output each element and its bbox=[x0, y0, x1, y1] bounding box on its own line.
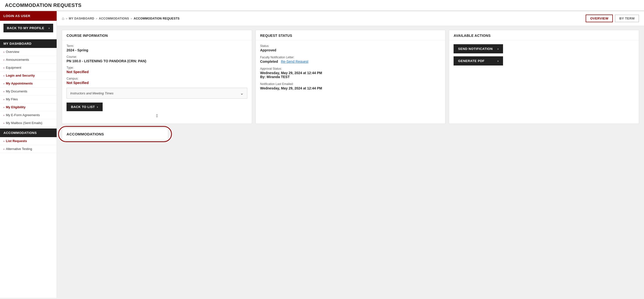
generate-pdf-chevron-icon: › bbox=[498, 59, 499, 63]
breadcrumb-sep: » bbox=[96, 17, 98, 20]
sidebar-item-login-security[interactable]: › Login and Security bbox=[0, 72, 57, 80]
page-header: ACCOMMODATION REQUESTS bbox=[0, 0, 644, 11]
by-term-button[interactable]: BY TERM bbox=[615, 14, 639, 22]
course-information-card: COURSE INFORMATION Term: 2024 - Spring C… bbox=[62, 30, 252, 124]
chevron-icon: › bbox=[4, 66, 4, 69]
chevron-icon: › bbox=[4, 74, 4, 77]
accommodations-section: ACCOMMODATIONS bbox=[57, 128, 644, 145]
status-label: Status: bbox=[260, 44, 441, 48]
nav-label: My Mailbox (Sent Emails) bbox=[6, 121, 42, 125]
login-as-user-label: LOGIN AS USER bbox=[0, 11, 57, 21]
fnl-value: Completed Re-Send Request bbox=[260, 59, 441, 63]
breadcrumb-mydashboard[interactable]: MY DASHBOARD bbox=[69, 17, 94, 20]
chevron-icon: › bbox=[4, 82, 4, 85]
resend-request-link[interactable]: Re-Send Request bbox=[281, 59, 308, 63]
status-value: Approved bbox=[260, 48, 441, 52]
type-label: Type: bbox=[66, 66, 247, 69]
breadcrumb-bar: ⌂ » MY DASHBOARD » ACCOMMODATIONS » ACCO… bbox=[57, 11, 644, 26]
nav-label: Overview bbox=[6, 50, 19, 54]
request-status-header: REQUEST STATUS bbox=[256, 30, 446, 40]
breadcrumb-sep: » bbox=[66, 17, 68, 20]
approval-date-text: Wednesday, May 29, 2024 at 12:44 PM bbox=[260, 71, 322, 75]
back-to-list-label: BACK TO LIST bbox=[71, 105, 95, 109]
back-to-profile-button[interactable]: BACK TO MY PROFILE › bbox=[4, 24, 53, 32]
generate-pdf-button[interactable]: GENERATE PDF › bbox=[454, 56, 503, 65]
chevron-icon: › bbox=[4, 140, 4, 143]
request-status-body: Status: Approved Faculty Notification Le… bbox=[256, 40, 446, 98]
nav-label: List Requests bbox=[6, 139, 27, 143]
instructors-dropdown-label: Instructors and Meeting Times bbox=[70, 91, 114, 95]
nav-label: Alternative Testing bbox=[6, 147, 32, 151]
back-to-profile-label: BACK TO MY PROFILE bbox=[7, 26, 44, 30]
sidebar-item-my-mailbox[interactable]: › My Mailbox (Sent Emails) bbox=[0, 119, 57, 127]
chevron-icon: › bbox=[4, 114, 4, 117]
sidebar-item-my-documents[interactable]: › My Documents bbox=[0, 87, 57, 95]
sidebar-item-my-files[interactable]: › My Files bbox=[0, 95, 57, 103]
nav-label: Equipment bbox=[6, 66, 21, 69]
term-value: 2024 - Spring bbox=[66, 48, 247, 52]
chevron-icon: › bbox=[4, 122, 4, 125]
fnl-label: Faculty Notification Letter: bbox=[260, 56, 441, 59]
sidebar-item-list-requests[interactable]: › List Requests bbox=[0, 137, 57, 145]
nav-label: My Files bbox=[6, 97, 18, 101]
chevron-icon: › bbox=[4, 90, 4, 93]
notification-value: Wednesday, May 29, 2024 at 12:44 PM bbox=[260, 86, 441, 90]
send-notification-label: SEND NOTIFICATION bbox=[458, 47, 493, 51]
breadcrumb-sep: » bbox=[130, 17, 132, 20]
notification-label: Notification Last Emailed: bbox=[260, 82, 441, 86]
overview-button[interactable]: OVERVIEW bbox=[586, 14, 613, 22]
nav-label: My Appointments bbox=[6, 81, 33, 85]
campus-value: Not Specified bbox=[66, 81, 247, 85]
home-icon[interactable]: ⌂ bbox=[62, 16, 64, 21]
approval-by-text: By: Miranda TEST bbox=[260, 75, 290, 79]
course-card-header: COURSE INFORMATION bbox=[62, 30, 252, 40]
nav-label: Announcements bbox=[6, 58, 29, 61]
nav-label: My Eligibility bbox=[6, 105, 26, 109]
generate-pdf-label: GENERATE PDF bbox=[458, 59, 484, 63]
nav-label: My E-Form Agreements bbox=[6, 113, 40, 117]
breadcrumb-buttons: OVERVIEW BY TERM bbox=[586, 14, 639, 22]
course-value: PN 100.0 - LISTENING TO PANDORA (CRN: PA… bbox=[66, 59, 247, 63]
available-actions-card: AVAILABLE ACTIONS SEND NOTIFICATION › GE… bbox=[449, 30, 639, 124]
sidebar-item-equipment[interactable]: › Equipment bbox=[0, 64, 57, 72]
approval-datetime: Wednesday, May 29, 2024 at 12:44 PM By: … bbox=[260, 71, 441, 79]
available-actions-header: AVAILABLE ACTIONS bbox=[449, 30, 639, 40]
breadcrumb: ⌂ » MY DASHBOARD » ACCOMMODATIONS » ACCO… bbox=[62, 16, 180, 21]
request-status-card: REQUEST STATUS Status: Approved Faculty … bbox=[256, 30, 446, 124]
my-dashboard-header: MY DASHBOARD bbox=[0, 39, 57, 48]
nav-label: My Documents bbox=[6, 89, 28, 93]
sidebar-item-my-appointments[interactable]: › My Appointments bbox=[0, 80, 57, 87]
course-label: Course: bbox=[66, 55, 247, 58]
course-card-body: Term: 2024 - Spring Course: PN 100.0 - L… bbox=[62, 40, 252, 124]
send-notification-button[interactable]: SEND NOTIFICATION › bbox=[454, 44, 503, 53]
dropdown-arrow-icon: ⌄ bbox=[240, 90, 244, 96]
page-title: ACCOMMODATION REQUESTS bbox=[5, 2, 639, 8]
accommodations-card: ACCOMMODATIONS bbox=[62, 128, 168, 140]
back-chevron-icon: › bbox=[48, 26, 50, 30]
sidebar-item-overview[interactable]: › Overview bbox=[0, 48, 57, 56]
back-to-list-button[interactable]: BACK TO LIST › bbox=[66, 103, 103, 111]
cards-row: COURSE INFORMATION Term: 2024 - Spring C… bbox=[57, 26, 644, 128]
nav-label: Login and Security bbox=[6, 74, 35, 77]
sidebar-item-alternative-testing[interactable]: › Alternative Testing bbox=[0, 145, 57, 153]
sidebar-item-announcements[interactable]: › Announcements bbox=[0, 56, 57, 64]
available-actions-body: SEND NOTIFICATION › GENERATE PDF › bbox=[449, 40, 639, 72]
chevron-icon: › bbox=[4, 50, 4, 53]
back-list-chevron-icon: › bbox=[97, 105, 98, 109]
chevron-icon: › bbox=[4, 98, 4, 101]
breadcrumb-accommodation-requests: ACCOMMODATION REQUESTS bbox=[134, 17, 180, 20]
content-area: ⌂ » MY DASHBOARD » ACCOMMODATIONS » ACCO… bbox=[57, 11, 644, 298]
sidebar-item-my-eligibility[interactable]: › My Eligibility bbox=[0, 103, 57, 111]
type-value: Not Specified bbox=[66, 70, 247, 74]
send-notification-chevron-icon: › bbox=[498, 47, 499, 51]
instructors-dropdown[interactable]: Instructors and Meeting Times ⌄ bbox=[66, 88, 247, 99]
accommodations-card-header: ACCOMMODATIONS bbox=[62, 128, 168, 140]
chevron-icon: › bbox=[4, 106, 4, 109]
resize-handle-icon[interactable]: ⇕ bbox=[66, 111, 247, 120]
breadcrumb-accommodations[interactable]: ACCOMMODATIONS bbox=[99, 17, 129, 20]
nav-items-list: › Overview › Announcements › Equipment ›… bbox=[0, 48, 57, 127]
campus-label: Campus: bbox=[66, 77, 247, 80]
sidebar: LOGIN AS USER BACK TO MY PROFILE › MY DA… bbox=[0, 11, 57, 298]
approval-label: Approval Status: bbox=[260, 67, 441, 70]
sidebar-item-eform-agreements[interactable]: › My E-Form Agreements bbox=[0, 111, 57, 119]
